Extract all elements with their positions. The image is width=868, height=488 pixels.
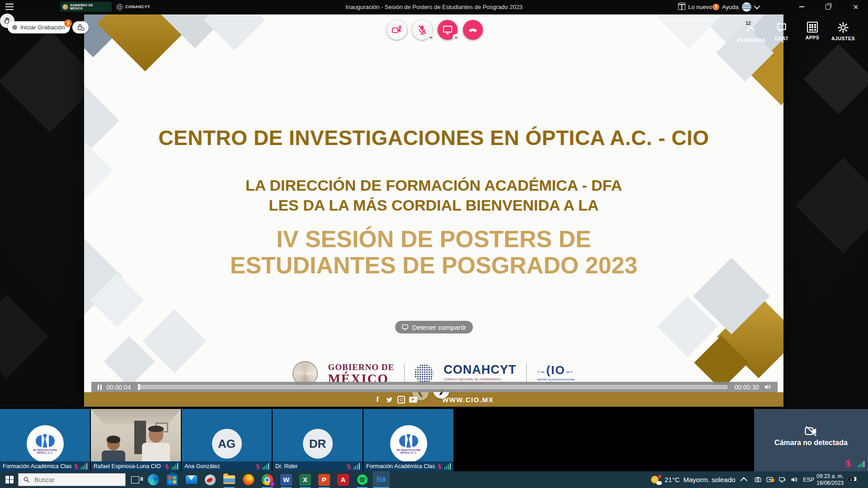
participant-name: Dr. Rider bbox=[275, 463, 344, 469]
share-screen-button[interactable] bbox=[438, 20, 458, 40]
tray-expand-button[interactable] bbox=[742, 471, 747, 488]
monitor-icon bbox=[401, 324, 408, 331]
powerpoint-icon: P bbox=[318, 474, 330, 486]
close-button[interactable]: ✕ bbox=[848, 0, 863, 14]
background-diamond bbox=[803, 44, 868, 114]
participants-strip: DE INVESTIGACIÓN ÓPTICA, A. C. Formación… bbox=[0, 408, 868, 471]
word-icon: W bbox=[280, 474, 292, 486]
recording-help-badge[interactable]: ? bbox=[64, 19, 72, 27]
slide-diamond bbox=[656, 14, 720, 49]
chat-panel-button[interactable]: CHAT bbox=[767, 22, 797, 41]
task-view-button[interactable] bbox=[127, 471, 144, 488]
pause-button[interactable] bbox=[98, 385, 102, 390]
chat-icon bbox=[776, 22, 788, 33]
taskbar-acrobat[interactable]: A bbox=[335, 471, 352, 488]
participant-name-bar: Formación Académica Clas... bbox=[0, 461, 90, 471]
slide-headline-line2: ESTUDIANTES DE POSGRADO 2023 bbox=[84, 252, 783, 278]
cio-logo-avatar: DE INVESTIGACIÓN ÓPTICA, A. C. bbox=[27, 425, 64, 462]
stop-share-label: Detener compartir bbox=[412, 324, 466, 331]
taskbar-store[interactable] bbox=[164, 471, 181, 488]
taskbar-meeting-app-active[interactable]: B bbox=[373, 471, 390, 488]
hamburger-menu-icon[interactable] bbox=[5, 4, 14, 10]
apps-panel-button[interactable]: APPS bbox=[797, 22, 827, 40]
taskbar-file-explorer[interactable] bbox=[221, 471, 238, 488]
taskbar-excel[interactable]: X bbox=[297, 471, 314, 488]
seek-bar[interactable] bbox=[138, 385, 727, 389]
time: 09:23 a. m. bbox=[816, 473, 844, 480]
lock-meeting-button[interactable] bbox=[72, 21, 89, 33]
windows-logo-icon bbox=[5, 476, 14, 484]
signal-bars-icon bbox=[444, 463, 451, 469]
tray-sync[interactable] bbox=[766, 471, 774, 488]
participant-tile[interactable]: DR Dr. Rider bbox=[273, 409, 363, 471]
acrobat-icon: A bbox=[337, 474, 349, 486]
participant-tile[interactable]: AG Ana González bbox=[182, 409, 272, 471]
account-menu[interactable] bbox=[742, 0, 759, 14]
slide-headline-line1: IV SESIÓN DE POSTERS DE bbox=[84, 226, 783, 252]
minimize-button[interactable] bbox=[794, 0, 809, 14]
help-button[interactable]: ? Ayuda bbox=[712, 0, 739, 14]
taskbar-firefox[interactable] bbox=[240, 471, 257, 488]
mic-muted-icon bbox=[346, 464, 352, 469]
people-label: PERSONAS bbox=[737, 38, 766, 43]
tray-camera[interactable] bbox=[754, 471, 762, 488]
participant-initials-avatar: AG bbox=[212, 429, 242, 459]
people-panel-button[interactable]: 12 PERSONAS bbox=[736, 22, 766, 43]
share-options-chevron[interactable] bbox=[453, 34, 459, 41]
language-indicator[interactable]: ESP bbox=[803, 471, 814, 488]
volume-icon[interactable] bbox=[764, 383, 771, 391]
camera-not-detected-icon bbox=[804, 424, 818, 438]
taskbar-mail[interactable] bbox=[183, 471, 200, 488]
taskbar-word[interactable]: W bbox=[278, 471, 295, 488]
taskbar-spotify[interactable] bbox=[354, 471, 371, 488]
participant-tile[interactable]: DE INVESTIGACIÓN ÓPTICA, A. C. Formación… bbox=[363, 409, 453, 471]
settings-gear-icon bbox=[837, 22, 849, 33]
camera-off-button[interactable] bbox=[387, 20, 407, 40]
participant-name-bar: Rafael Espinosa-Luna CIO bbox=[91, 461, 181, 471]
globe-avatar-icon bbox=[742, 2, 751, 12]
search-input[interactable] bbox=[33, 476, 94, 484]
participant-tile[interactable]: DE INVESTIGACIÓN ÓPTICA, A. C. Formación… bbox=[0, 409, 90, 471]
microsoft-store-icon bbox=[167, 474, 178, 485]
signal-bars-icon bbox=[81, 463, 88, 469]
hang-up-button[interactable] bbox=[463, 20, 483, 40]
clock[interactable]: 09:23 a. m. 16/06/2023 bbox=[816, 471, 844, 488]
video-player-bar: 00:00:04 00:00:30 bbox=[91, 382, 778, 392]
notification-center-button[interactable]: 1 bbox=[850, 471, 858, 488]
cio-logo-icon bbox=[399, 433, 418, 449]
mic-off-button[interactable] bbox=[412, 20, 432, 40]
camera-off-icon bbox=[392, 24, 402, 35]
settings-panel-button[interactable]: AJUSTES bbox=[828, 22, 858, 41]
signal-bars-icon bbox=[858, 461, 865, 467]
tray-network[interactable] bbox=[778, 471, 786, 488]
help-icon: ? bbox=[712, 4, 719, 10]
participant-name: Ana González bbox=[184, 463, 253, 469]
slide-subtitle-line2: LES DA LA MÁS CORDIAL BIENVENIDA A LA bbox=[84, 195, 783, 215]
mic-options-chevron[interactable] bbox=[427, 34, 434, 41]
total-duration: 00:00:30 bbox=[735, 384, 760, 391]
participant-tile[interactable]: Rafael Espinosa-Luna CIO bbox=[91, 409, 181, 471]
hang-up-icon bbox=[467, 24, 478, 35]
taskbar-edge[interactable] bbox=[145, 471, 162, 488]
app-window: GOBIERNO DE MÉXICO CONAHCYT Inauguración… bbox=[0, 0, 868, 488]
tray-volume[interactable] bbox=[790, 471, 798, 488]
share-screen-icon bbox=[442, 24, 453, 35]
seek-knob[interactable] bbox=[138, 384, 140, 390]
weather-icon bbox=[651, 475, 661, 485]
self-view-tile[interactable]: Cámara no detectada bbox=[754, 409, 868, 471]
taskbar-utility-app[interactable] bbox=[202, 471, 219, 488]
start-button[interactable] bbox=[1, 471, 18, 488]
taskbar-chrome[interactable]: i bbox=[259, 471, 276, 488]
taskbar-powerpoint[interactable]: P bbox=[316, 471, 333, 488]
conahcyt-label: CONAHCYT bbox=[125, 5, 150, 9]
restore-button[interactable] bbox=[820, 0, 835, 14]
stop-share-button[interactable]: Detener compartir bbox=[395, 321, 472, 333]
start-recording-label: Iniciar Grabación bbox=[20, 24, 65, 31]
gobierno-mexico-logo: GOBIERNO DE MÉXICO bbox=[60, 2, 112, 12]
whats-new-button[interactable]: Lo nuevo bbox=[678, 0, 712, 14]
slide-subtitle-line1: LA DIRECCIÓN DE FORMACIÓN ACADÉMICA - DF… bbox=[84, 175, 783, 195]
signal-bars-icon bbox=[172, 463, 179, 469]
taskbar-weather[interactable]: 21°C Mayorm. soleado bbox=[651, 471, 736, 488]
start-recording-button[interactable]: Iniciar Grabación ? bbox=[8, 21, 70, 33]
taskbar-search[interactable] bbox=[18, 473, 126, 486]
